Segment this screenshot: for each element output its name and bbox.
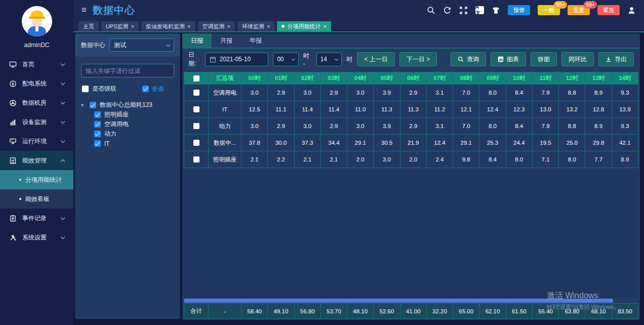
total-value-cell: 63.80 bbox=[559, 304, 585, 319]
value-cell: 2.2 bbox=[268, 151, 294, 168]
search-icon[interactable] bbox=[427, 6, 435, 15]
row-checkbox[interactable] bbox=[193, 156, 199, 162]
tree-checkbox[interactable] bbox=[94, 111, 101, 118]
tree-checkbox[interactable] bbox=[94, 121, 101, 128]
column-header-hour: 00时 bbox=[242, 72, 268, 85]
close-icon[interactable]: × bbox=[187, 23, 190, 29]
prev-day-button[interactable]: < 上一日 bbox=[357, 52, 394, 66]
tab-env-monitor[interactable]: 环境监测× bbox=[237, 21, 274, 31]
table-body: 空调用电3.02.93.02.93.03.92.93.17.08.08.47.9… bbox=[184, 85, 638, 168]
column-header-hour: 08时 bbox=[453, 72, 479, 85]
tab-home[interactable]: 主页 bbox=[78, 21, 99, 31]
next-day-button[interactable]: 下一日 > bbox=[399, 52, 437, 66]
tab-energy-stats[interactable]: 分项用能统计× bbox=[277, 21, 331, 31]
sidebar: adminDC 首页 配电系统 数据机房 设备监测 运行环境 能效管理 分项用能… bbox=[0, 0, 73, 325]
sidebar-item-event-log[interactable]: 事件记录 bbox=[0, 209, 73, 228]
caret-down-icon[interactable]: ▾ bbox=[81, 102, 86, 108]
close-icon[interactable]: × bbox=[323, 23, 326, 29]
row-checkbox[interactable] bbox=[193, 90, 199, 96]
select-all-checkbox[interactable] bbox=[142, 86, 149, 92]
export-button[interactable]: 导出 bbox=[598, 52, 634, 66]
chart-icon bbox=[498, 56, 504, 62]
fullscreen-icon[interactable] bbox=[459, 6, 468, 15]
sidebar-item-power-distribution[interactable]: 配电系统 bbox=[0, 74, 73, 93]
row-checkbox[interactable] bbox=[193, 106, 199, 112]
row-checkbox[interactable] bbox=[193, 140, 199, 146]
hour-from-select[interactable]: 00 bbox=[273, 53, 299, 66]
alert-button-important[interactable]: 重要 99+ bbox=[568, 5, 590, 15]
language-icon[interactable]: A文 bbox=[475, 6, 484, 14]
tree-checkbox[interactable] bbox=[90, 102, 96, 108]
row-label: 数据中... bbox=[209, 135, 242, 151]
query-button[interactable]: 查询 bbox=[451, 52, 486, 66]
theme-shirt-icon[interactable] bbox=[492, 6, 500, 15]
compare-button[interactable]: 同环比 bbox=[561, 52, 594, 66]
sidebar-item-data-room[interactable]: 数据机房 bbox=[0, 93, 73, 112]
chevron-down-icon bbox=[166, 42, 170, 46]
sidebar-item-environment[interactable]: 运行环境 bbox=[0, 132, 73, 151]
tree-node-ac[interactable]: 空调用电 bbox=[81, 119, 180, 129]
table-row: 空调用电3.02.93.02.93.03.92.93.17.08.08.47.9… bbox=[184, 85, 638, 101]
keyword-filter-input[interactable] bbox=[81, 64, 174, 77]
sidebar-item-device-monitor[interactable]: 设备监测 bbox=[0, 112, 73, 132]
value-cell: 21.9 bbox=[400, 135, 426, 151]
hamburger-menu-icon[interactable]: ≡ bbox=[82, 5, 87, 15]
value-cell: 25.0 bbox=[559, 135, 585, 151]
value-cell: 3.0 bbox=[294, 118, 320, 135]
user-avatar[interactable] bbox=[22, 6, 52, 36]
horizontal-scrollbar[interactable] bbox=[184, 299, 613, 303]
row-checkbox[interactable] bbox=[193, 123, 199, 129]
value-cell: 37.8 bbox=[242, 135, 268, 151]
tab-diesel-monitor[interactable]: 柴油发电机监测× bbox=[141, 21, 195, 31]
datacenter-select[interactable]: 测试 bbox=[109, 38, 174, 52]
tab-monthly-report[interactable]: 月报 bbox=[212, 33, 241, 48]
page-title: 数据中心 bbox=[93, 4, 135, 17]
chevron-down-icon bbox=[292, 57, 295, 60]
tab-yearly-report[interactable]: 年报 bbox=[241, 33, 270, 48]
column-header-hour: 01时 bbox=[268, 72, 294, 85]
sidebar-item-settings[interactable]: 系统设置 bbox=[0, 228, 73, 247]
total-row: 合计-58.4049.1056.8053.7048.1052.6041.0032… bbox=[184, 304, 638, 319]
search-icon bbox=[458, 56, 464, 62]
user-icon[interactable] bbox=[627, 6, 636, 15]
sidebar-subitem-energy-stats[interactable]: 分项用能统计 bbox=[0, 170, 73, 189]
date-picker[interactable]: 2021-05-10 bbox=[205, 53, 268, 66]
alert-button-urgent[interactable]: 紧急 bbox=[597, 5, 620, 15]
tree-checkbox[interactable] bbox=[94, 140, 101, 147]
sidebar-item-home[interactable]: 首页 bbox=[0, 55, 73, 74]
total-value-cell: 65.00 bbox=[453, 304, 479, 319]
pie-chart-button[interactable]: 饼图 bbox=[531, 52, 557, 66]
tree-root-node[interactable]: ▾ 数据中心总能耗123 bbox=[81, 100, 180, 110]
sidebar-item-energy-management[interactable]: 能效管理 bbox=[0, 151, 73, 170]
tree-checkbox[interactable] bbox=[94, 131, 101, 137]
tree-node-lighting[interactable]: 照明插座 bbox=[81, 110, 180, 119]
table-row: 数据中...37.830.037.334.429.130.521.912.429… bbox=[184, 135, 638, 151]
total-dash: - bbox=[209, 304, 242, 319]
table-row: 动力3.02.93.02.93.03.92.93.17.08.08.47.98.… bbox=[184, 118, 638, 135]
select-all-rows-checkbox[interactable] bbox=[193, 75, 199, 82]
alert-button-general[interactable]: 一般 99+ bbox=[538, 5, 560, 15]
tree-node-it[interactable]: IT bbox=[81, 139, 180, 148]
tab-daily-report[interactable]: 日报 bbox=[182, 33, 212, 48]
cascade-checkbox[interactable] bbox=[82, 86, 89, 92]
page-tab-bar: 主页 UPS监测× 柴油发电机监测× 空调监测× 环境监测× 分项用能统计× bbox=[73, 20, 644, 32]
hour-to-select[interactable]: 14 bbox=[316, 53, 342, 66]
tab-ups-monitor[interactable]: UPS监测× bbox=[101, 21, 139, 31]
tree-node-dynamics[interactable]: 动力 bbox=[81, 129, 180, 139]
sidebar-subitem-energy-board[interactable]: 能效看板 bbox=[0, 189, 73, 209]
bullet-icon bbox=[19, 198, 21, 200]
value-cell: 11.1 bbox=[268, 101, 294, 118]
refresh-icon[interactable] bbox=[443, 6, 452, 15]
value-cell: 12.4 bbox=[479, 101, 506, 118]
select-all-label[interactable]: 全选 bbox=[152, 85, 164, 93]
value-cell: 2.9 bbox=[268, 118, 294, 135]
total-value-cell: 61.50 bbox=[506, 304, 532, 319]
tab-ac-monitor[interactable]: 空调监测× bbox=[198, 21, 235, 31]
close-icon[interactable]: × bbox=[267, 23, 270, 29]
alert-button-warning[interactable]: 预警 bbox=[508, 5, 530, 15]
total-value-cell: 68.10 bbox=[585, 304, 612, 319]
chart-button[interactable]: 图表 bbox=[491, 52, 526, 66]
close-icon[interactable]: × bbox=[131, 23, 134, 29]
energy-tree: ▾ 数据中心总能耗123 照明插座 空调用电 动力 IT bbox=[81, 100, 180, 148]
close-icon[interactable]: × bbox=[227, 23, 230, 29]
